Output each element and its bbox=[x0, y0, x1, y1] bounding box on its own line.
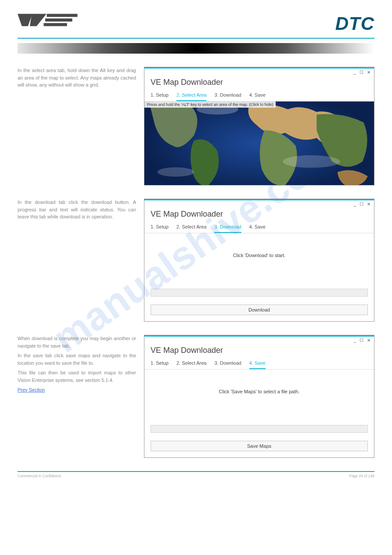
tab-setup[interactable]: 1. Setup bbox=[151, 359, 169, 369]
maximize-icon[interactable]: ☐ bbox=[360, 202, 363, 207]
app-title: VE Map Downloader bbox=[144, 75, 374, 91]
svg-rect-2 bbox=[47, 14, 78, 17]
footer-right: Page 24 of 136 bbox=[349, 474, 374, 478]
maximize-icon[interactable]: ☐ bbox=[360, 70, 363, 75]
close-icon[interactable]: ✕ bbox=[367, 338, 370, 343]
ve-logo-icon bbox=[18, 13, 79, 33]
svg-point-9 bbox=[158, 167, 194, 177]
app-title: VE Map Downloader bbox=[144, 207, 374, 222]
footer-rule bbox=[18, 471, 374, 472]
tab-setup[interactable]: 1. Setup bbox=[151, 91, 169, 101]
tab-select-area[interactable]: 2. Select Area bbox=[176, 222, 207, 233]
page-header: DTC bbox=[18, 0, 374, 38]
svg-rect-3 bbox=[45, 18, 72, 22]
header-gradient-band bbox=[18, 43, 374, 54]
header-rule bbox=[18, 38, 374, 39]
close-icon[interactable]: ✕ bbox=[367, 202, 370, 207]
save-maps-button[interactable]: Save Maps bbox=[151, 441, 368, 451]
tab-save[interactable]: 4. Save bbox=[249, 91, 266, 101]
app-window-save: _ ☐ ✕ VE Map Downloader 1. Setup 2. Sele… bbox=[144, 335, 374, 458]
app-tabs: 1. Setup 2. Select Area 3. Download 4. S… bbox=[144, 222, 374, 233]
pane-message: Click 'Save Maps' to select a file path. bbox=[151, 389, 368, 394]
svg-marker-0 bbox=[18, 14, 32, 26]
ve-logo bbox=[18, 13, 79, 34]
map-hint[interactable]: Press and hold the 'ALT' key to select a… bbox=[144, 102, 276, 108]
svg-point-8 bbox=[283, 155, 340, 168]
close-icon[interactable]: ✕ bbox=[367, 70, 370, 75]
section-save: When download is complete you may begin … bbox=[18, 335, 374, 458]
page-footer: Commercial in Confidence Page 24 of 136 bbox=[18, 474, 374, 478]
app-window-select-area: _ ☐ ✕ VE Map Downloader 1. Setup 2. Sele… bbox=[144, 67, 374, 185]
minimize-icon[interactable]: _ bbox=[353, 70, 356, 75]
pane-message: Click 'Download' to start. bbox=[151, 253, 368, 258]
section-text: In the download tab click the download b… bbox=[18, 199, 136, 221]
tab-setup[interactable]: 1. Setup bbox=[151, 222, 169, 233]
progress-bar bbox=[151, 425, 368, 433]
tab-save[interactable]: 4. Save bbox=[249, 222, 266, 233]
section-select-area: In the select area tab, hold down the Al… bbox=[18, 67, 374, 185]
app-tabs: 1. Setup 2. Select Area 3. Download 4. S… bbox=[144, 91, 374, 102]
section-text: This file can then be used to import map… bbox=[18, 369, 136, 384]
minimize-icon[interactable]: _ bbox=[353, 338, 356, 343]
maximize-icon[interactable]: ☐ bbox=[360, 338, 363, 343]
section-text: When download is complete you may begin … bbox=[18, 335, 136, 349]
prev-section-link[interactable]: Prev Section bbox=[18, 387, 45, 392]
svg-rect-4 bbox=[44, 23, 67, 26]
progress-bar bbox=[151, 289, 368, 297]
tab-select-area[interactable]: 2. Select Area bbox=[176, 359, 207, 369]
minimize-icon[interactable]: _ bbox=[353, 202, 356, 207]
world-map[interactable]: Press and hold the 'ALT' key to select a… bbox=[144, 102, 374, 185]
section-text: In the save tab click save maps and navi… bbox=[18, 352, 136, 366]
dtc-logo: DTC bbox=[335, 15, 374, 33]
footer-left: Commercial in Confidence bbox=[18, 474, 61, 478]
app-tabs: 1. Setup 2. Select Area 3. Download 4. S… bbox=[144, 359, 374, 370]
section-text: In the select area tab, hold down the Al… bbox=[18, 67, 136, 89]
tab-select-area[interactable]: 2. Select Area bbox=[176, 91, 207, 101]
app-title: VE Map Downloader bbox=[144, 343, 374, 359]
tab-save[interactable]: 4. Save bbox=[249, 359, 266, 369]
app-window-download: _ ☐ ✕ VE Map Downloader 1. Setup 2. Sele… bbox=[144, 199, 374, 322]
download-button[interactable]: Download bbox=[151, 305, 368, 315]
tab-download[interactable]: 3. Download bbox=[214, 91, 241, 101]
world-map-svg bbox=[144, 102, 374, 185]
section-download: In the download tab click the download b… bbox=[18, 199, 374, 322]
tab-download[interactable]: 3. Download bbox=[214, 359, 241, 369]
tab-download[interactable]: 3. Download bbox=[214, 222, 241, 233]
